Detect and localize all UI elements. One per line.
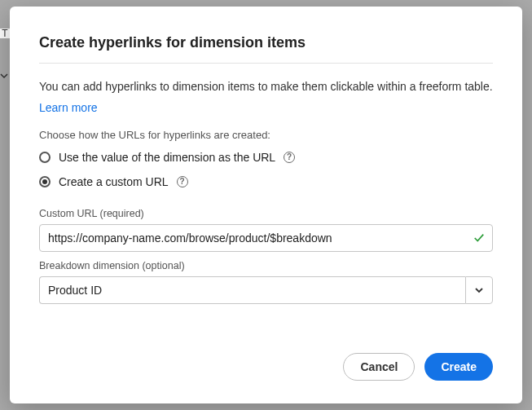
dialog-title: Create hyperlinks for dimension items	[39, 34, 493, 51]
cancel-button[interactable]: Cancel	[343, 353, 415, 381]
radio-button-icon	[39, 152, 51, 163]
learn-more-link[interactable]: Learn more	[39, 101, 493, 114]
breakdown-select-value[interactable]: Product ID	[39, 276, 465, 304]
radio-custom-url-label: Create a custom URL	[59, 175, 169, 188]
bg-chevron-fragment	[0, 72, 10, 82]
help-icon[interactable]: ?	[284, 152, 295, 163]
dialog-footer: Cancel Create	[39, 328, 493, 381]
breakdown-label: Breakdown dimension (optional)	[39, 260, 493, 271]
radio-button-selected-icon	[39, 176, 51, 187]
radio-custom-url[interactable]: Create a custom URL ?	[39, 175, 493, 188]
chevron-down-icon[interactable]	[465, 276, 493, 304]
radio-use-value-label: Use the value of the dimension as the UR…	[59, 151, 275, 164]
checkmark-icon	[473, 232, 485, 244]
breakdown-select[interactable]: Product ID	[39, 276, 493, 304]
radio-use-value[interactable]: Use the value of the dimension as the UR…	[39, 151, 493, 164]
choose-label: Choose how the URLs for hyperlinks are c…	[39, 129, 493, 141]
help-icon[interactable]: ?	[177, 176, 188, 187]
custom-url-input[interactable]	[39, 224, 493, 252]
divider	[39, 63, 493, 64]
custom-url-label: Custom URL (required)	[39, 208, 493, 219]
bg-text-fragment: T	[0, 29, 10, 38]
intro-text: You can add hyperlinks to dimension item…	[39, 80, 493, 93]
create-button[interactable]: Create	[424, 353, 493, 381]
create-hyperlinks-dialog: Create hyperlinks for dimension items Yo…	[10, 7, 522, 403]
